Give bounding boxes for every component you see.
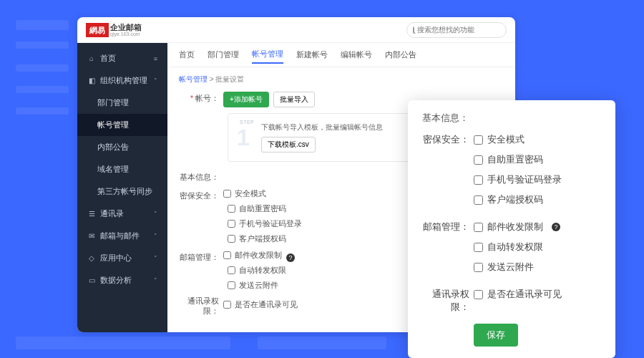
batch-import-button[interactable]: 批量导入 bbox=[273, 92, 315, 107]
nav-icon: ◧ bbox=[87, 77, 96, 85]
checkbox[interactable] bbox=[474, 243, 483, 252]
section-label: 通讯录权限： bbox=[179, 296, 223, 316]
checkbox-label: 邮件收发限制 bbox=[235, 250, 282, 261]
checkbox-label: 发送云附件 bbox=[487, 261, 534, 274]
sidebar-item-1[interactable]: ◧组织机构管理˄ bbox=[77, 69, 167, 92]
sidebar-item-2[interactable]: 部门管理 bbox=[77, 92, 167, 114]
checkbox-label: 自助重置密码 bbox=[239, 203, 286, 214]
sidebar-item-6[interactable]: 第三方帐号同步 bbox=[77, 180, 167, 203]
nav-icon: ✉ bbox=[87, 232, 96, 241]
checkbox-label: 手机号验证码登录 bbox=[487, 173, 562, 186]
panel-checkbox-row[interactable]: 手机号验证码登录 bbox=[474, 173, 601, 186]
step-info-text: 下载帐号导入模板，批量编辑帐号信息 bbox=[261, 122, 383, 132]
checkbox[interactable] bbox=[223, 251, 231, 259]
step-info-box: STEP 1 下载帐号导入模板，批量编辑帐号信息 下载模板.csv bbox=[228, 113, 414, 162]
checkbox[interactable] bbox=[228, 205, 235, 213]
panel-checkbox-row[interactable]: 邮件收发限制? bbox=[474, 221, 601, 233]
checkbox-row[interactable]: 安全模式 bbox=[223, 188, 266, 199]
checkbox-label: 发送云附件 bbox=[239, 280, 278, 291]
panel-checkbox-row[interactable]: 自动转发权限 bbox=[474, 241, 601, 253]
search-box[interactable] bbox=[406, 22, 507, 38]
checkbox-label: 客户端授权码 bbox=[239, 233, 286, 244]
chevron-icon: ˅ bbox=[154, 211, 157, 218]
breadcrumb: 帐号管理 > 批量设置 bbox=[179, 74, 504, 84]
tab-bar: 首页部门管理帐号管理新建帐号编辑帐号内部公告 bbox=[167, 43, 515, 67]
sidebar-item-3[interactable]: 帐号管理 bbox=[77, 114, 167, 136]
help-icon[interactable]: ? bbox=[552, 223, 560, 231]
nav-label: 部门管理 bbox=[97, 97, 129, 108]
sidebar-item-9[interactable]: ◇应用中心˅ bbox=[77, 247, 167, 269]
checkbox[interactable] bbox=[474, 175, 483, 185]
checkbox[interactable] bbox=[228, 266, 235, 274]
panel-section-label: 通讯录权限： bbox=[422, 288, 474, 314]
sidebar-item-0[interactable]: ⌂首页≡ bbox=[77, 47, 167, 69]
chevron-icon: ˅ bbox=[154, 233, 157, 240]
checkbox-label: 自动转发权限 bbox=[487, 241, 543, 253]
nav-label: 邮箱与邮件 bbox=[100, 231, 140, 241]
checkbox[interactable] bbox=[223, 301, 231, 309]
panel-checkbox-row[interactable]: 发送云附件 bbox=[474, 261, 601, 274]
checkbox[interactable] bbox=[228, 281, 235, 289]
brand: 網易 企业邮箱 qiye.163.com bbox=[86, 23, 142, 37]
checkbox-label: 客户端授权码 bbox=[487, 193, 543, 206]
checkbox-row[interactable]: 是否在通讯录可见 bbox=[223, 299, 298, 310]
panel-checkbox-row[interactable]: 自助重置密码 bbox=[474, 153, 601, 166]
nav-icon: ☰ bbox=[87, 210, 96, 218]
tab-0[interactable]: 首页 bbox=[179, 47, 195, 63]
tab-4[interactable]: 编辑帐号 bbox=[341, 47, 372, 63]
chevron-icon: ˄ bbox=[154, 77, 157, 84]
checkbox[interactable] bbox=[474, 263, 483, 272]
tab-3[interactable]: 新建帐号 bbox=[296, 47, 328, 63]
checkbox[interactable] bbox=[474, 223, 483, 232]
brand-name-en: qiye.163.com bbox=[110, 32, 142, 37]
checkbox-label: 邮件收发限制 bbox=[487, 221, 543, 233]
checkbox[interactable] bbox=[228, 220, 235, 228]
nav-icon: ⌂ bbox=[87, 54, 96, 63]
step-number: 1 bbox=[237, 125, 250, 151]
nav-label: 帐号管理 bbox=[97, 120, 129, 130]
nav-label: 应用中心 bbox=[100, 253, 132, 263]
nav-label: 首页 bbox=[100, 53, 116, 64]
checkbox-label: 手机号验证码登录 bbox=[239, 218, 302, 229]
checkbox-label: 安全模式 bbox=[235, 188, 266, 199]
sidebar-item-5[interactable]: 域名管理 bbox=[77, 158, 167, 180]
add-account-button[interactable]: +添加帐号 bbox=[223, 92, 269, 107]
sidebar-item-7[interactable]: ☰通讯录˅ bbox=[77, 203, 167, 225]
crumb-page: 批量设置 bbox=[215, 75, 244, 83]
checkbox-label: 自动转发权限 bbox=[239, 265, 286, 276]
checkbox-row[interactable]: 邮件收发限制 bbox=[223, 250, 282, 261]
checkbox[interactable] bbox=[474, 290, 483, 299]
panel-checkbox-row[interactable]: 安全模式 bbox=[474, 133, 601, 146]
checkbox[interactable] bbox=[228, 235, 235, 243]
panel-checkbox-row[interactable]: 是否在通讯录可见 bbox=[474, 288, 601, 301]
checkbox-label: 自助重置密码 bbox=[487, 153, 543, 166]
checkbox[interactable] bbox=[223, 190, 231, 198]
topbar: 網易 企业邮箱 qiye.163.com bbox=[77, 17, 515, 43]
search-input[interactable] bbox=[417, 26, 508, 34]
checkbox[interactable] bbox=[474, 135, 483, 145]
panel-section-label: 密保安全： bbox=[422, 133, 474, 213]
brand-name-cn: 企业邮箱 bbox=[110, 24, 142, 32]
tab-5[interactable]: 内部公告 bbox=[385, 47, 416, 63]
settings-panel: 基本信息： 密保安全：安全模式自助重置密码手机号验证码登录客户端授权码邮箱管理：… bbox=[408, 100, 615, 358]
section-label: 邮箱管理： bbox=[179, 253, 223, 263]
sidebar-item-8[interactable]: ✉邮箱与邮件˅ bbox=[77, 225, 167, 247]
download-template-button[interactable]: 下载模板.csv bbox=[261, 137, 316, 153]
sidebar-item-10[interactable]: ▭数据分析˅ bbox=[77, 269, 167, 291]
tab-2[interactable]: 帐号管理 bbox=[252, 46, 283, 64]
panel-section-label: 邮箱管理： bbox=[422, 221, 474, 281]
tab-1[interactable]: 部门管理 bbox=[208, 47, 239, 63]
save-button[interactable]: 保存 bbox=[474, 324, 518, 347]
checkbox-label: 是否在通讯录可见 bbox=[235, 299, 298, 310]
sidebar: ⌂首页≡◧组织机构管理˄部门管理帐号管理内部公告域名管理第三方帐号同步☰通讯录˅… bbox=[77, 43, 167, 332]
panel-checkbox-row[interactable]: 客户端授权码 bbox=[474, 193, 601, 206]
help-icon[interactable]: ? bbox=[286, 253, 295, 262]
nav-label: 内部公告 bbox=[97, 142, 129, 153]
checkbox[interactable] bbox=[474, 195, 483, 205]
sidebar-item-4[interactable]: 内部公告 bbox=[77, 136, 167, 158]
nav-label: 第三方帐号同步 bbox=[97, 186, 152, 197]
chevron-icon: ˅ bbox=[154, 277, 157, 284]
crumb-root[interactable]: 帐号管理 bbox=[179, 75, 208, 83]
account-label: 帐号： bbox=[179, 92, 223, 104]
checkbox[interactable] bbox=[474, 155, 483, 165]
